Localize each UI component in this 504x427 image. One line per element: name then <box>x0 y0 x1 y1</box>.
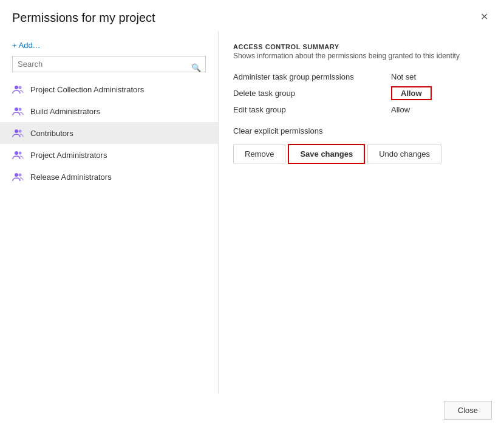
svg-point-9 <box>19 174 22 177</box>
perm-label: Delete task group <box>233 84 391 103</box>
add-button[interactable]: + Add… <box>0 37 218 56</box>
search-icon: 🔍 <box>191 63 201 72</box>
search-container: 🔍 <box>0 56 218 78</box>
svg-point-0 <box>15 86 18 89</box>
perm-row: Administer task group permissions Not se… <box>233 70 489 84</box>
group-item-contributors[interactable]: Contributors <box>0 122 218 144</box>
svg-point-6 <box>15 151 18 155</box>
remove-button[interactable]: Remove <box>233 145 285 163</box>
perm-row: Edit task group Allow <box>233 103 489 117</box>
group-item-project-admins[interactable]: Project Administrators <box>0 144 218 166</box>
permissions-dialog: Permissions for my project ✕ + Add… 🔍 Pr… <box>0 0 504 427</box>
dialog-header: Permissions for my project ✕ <box>0 0 504 31</box>
group-item-build-admins[interactable]: Build Administrators <box>0 100 218 122</box>
svg-point-4 <box>15 129 18 133</box>
group-icon <box>12 149 24 161</box>
group-item-release-admins[interactable]: Release Administrators <box>0 166 218 188</box>
save-changes-button[interactable]: Save changes <box>288 144 365 164</box>
acs-title: ACCESS CONTROL SUMMARY <box>233 43 489 50</box>
svg-point-3 <box>19 108 22 111</box>
svg-point-5 <box>19 130 22 133</box>
action-buttons: RemoveSave changesUndo changes <box>233 144 489 164</box>
group-item-project-collection-admins[interactable]: Project Collection Administrators <box>0 78 218 100</box>
perm-label: Edit task group <box>233 103 391 117</box>
group-label: Project Collection Administrators <box>30 85 144 94</box>
group-icon <box>12 83 24 95</box>
dialog-title: Permissions for my project <box>12 11 155 25</box>
left-panel: + Add… 🔍 Project Collection Administrato… <box>0 31 219 394</box>
group-icon <box>12 127 24 139</box>
acs-subtitle: Shows information about the permissions … <box>233 52 489 60</box>
dialog-footer: Close <box>0 394 504 427</box>
dialog-close-button[interactable]: Close <box>444 401 492 420</box>
group-label: Build Administrators <box>30 107 100 116</box>
group-label: Contributors <box>30 129 73 138</box>
group-label: Project Administrators <box>30 151 107 160</box>
perm-value: Allow <box>391 103 489 117</box>
undo-changes-button[interactable]: Undo changes <box>367 145 441 163</box>
clear-label: Clear explicit permissions <box>233 126 489 135</box>
group-icon <box>12 171 24 183</box>
perm-label: Administer task group permissions <box>233 70 391 84</box>
perm-value[interactable]: Allow <box>391 84 489 103</box>
svg-point-8 <box>15 173 18 177</box>
group-label: Release Administrators <box>30 173 112 182</box>
group-icon <box>12 105 24 117</box>
perm-value: Not set <box>391 70 489 84</box>
svg-point-2 <box>15 108 18 111</box>
group-list: Project Collection Administrators Build … <box>0 78 218 394</box>
right-panel: ACCESS CONTROL SUMMARY Shows information… <box>219 31 504 394</box>
close-icon[interactable]: ✕ <box>477 11 492 23</box>
svg-point-7 <box>19 152 22 155</box>
svg-point-1 <box>19 86 22 89</box>
permissions-table: Administer task group permissions Not se… <box>233 70 489 117</box>
search-input[interactable] <box>12 56 206 72</box>
dialog-body: + Add… 🔍 Project Collection Administrato… <box>0 31 504 394</box>
perm-row: Delete task group Allow <box>233 84 489 103</box>
